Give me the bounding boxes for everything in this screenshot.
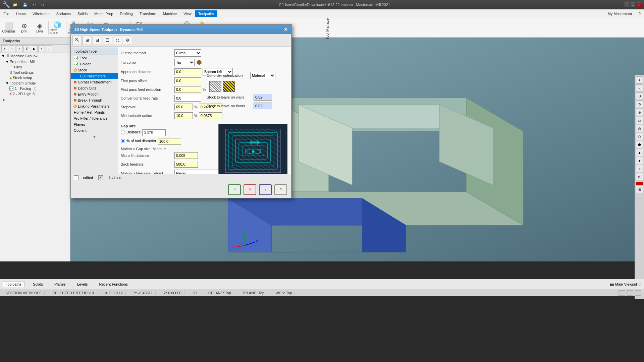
maximize-button[interactable]: □ xyxy=(631,2,635,7)
cut-order-select[interactable]: Material Depth xyxy=(250,72,275,79)
nav-holder[interactable]: ✓ Holder xyxy=(71,61,118,67)
back-feedrate-input[interactable] xyxy=(174,161,198,168)
min-toolpath-pct-input[interactable] xyxy=(174,112,193,119)
gap-pct-radio[interactable] xyxy=(121,139,125,143)
approach-distance-input[interactable] xyxy=(174,68,201,75)
cancel-button[interactable]: ✕ xyxy=(244,184,256,195)
tree-btn6[interactable]: ↑ xyxy=(38,45,45,52)
view-btn7[interactable]: ⬡ xyxy=(636,133,643,140)
first-pass-offset-input[interactable] xyxy=(174,77,201,84)
menu-drafting[interactable]: Drafting xyxy=(116,10,136,17)
dlg-tb-gear[interactable]: ⚙ xyxy=(123,36,132,45)
menu-wireframe[interactable]: Wireframe xyxy=(29,10,53,17)
menu-surfaces[interactable]: Surfaces xyxy=(53,10,74,17)
add-button[interactable]: + xyxy=(259,184,272,195)
rotate-ccw-button[interactable]: ↻ xyxy=(636,101,643,108)
minimize-button[interactable]: — xyxy=(625,2,629,7)
menu-machine[interactable]: Machine xyxy=(160,10,180,17)
tab-toolpaths[interactable]: Toolpaths xyxy=(3,281,24,287)
view-btn8[interactable]: ⬢ xyxy=(636,141,643,148)
tree-machine-group[interactable]: ▼ 🖥 Machine Group-1 xyxy=(0,53,70,59)
status-btn3[interactable] xyxy=(635,290,641,296)
view-btn12[interactable]: ▷ xyxy=(636,173,643,180)
tab-solids[interactable]: Solids xyxy=(30,281,46,287)
tab-recent-functions[interactable]: Recent Functions xyxy=(96,281,131,287)
tree-toolpath-group[interactable]: ▼ Toolpath Group- xyxy=(0,80,70,86)
view-btn9[interactable]: ▲ xyxy=(636,149,643,156)
tree-properties[interactable]: ▼ Properties - Mill xyxy=(0,59,70,64)
first-pass-feed-input[interactable] xyxy=(174,86,201,93)
nav-entry-motion[interactable]: Entry Motion xyxy=(71,91,118,97)
tree-expand-btn[interactable]: ▶ xyxy=(0,97,70,103)
dlg-tb-collapse[interactable]: ⊟ xyxy=(93,36,102,45)
menu-my-mastercam[interactable]: My Mastercam xyxy=(604,10,635,17)
dlg-tb-list[interactable]: ☰ xyxy=(103,36,112,45)
tree-btn4[interactable]: ✗ xyxy=(23,45,30,52)
menu-solids[interactable]: Solids xyxy=(74,10,91,17)
close-window-button[interactable]: ✕ xyxy=(637,2,641,7)
menu-view[interactable]: View xyxy=(180,10,195,17)
dyn-button[interactable]: ◈ Dyn xyxy=(32,20,47,35)
cutting-method-select[interactable]: Climb Conventional xyxy=(174,49,201,57)
tree-btn5[interactable]: ▶ xyxy=(31,45,38,52)
zoom-in-button[interactable]: + xyxy=(636,76,643,84)
status-btn1[interactable] xyxy=(619,290,625,296)
menu-home[interactable]: Home xyxy=(13,10,29,17)
nav-break-through[interactable]: Break Through xyxy=(71,97,118,103)
dlg-tb-expand[interactable]: ⊞ xyxy=(83,36,92,45)
conventional-feed-input[interactable] xyxy=(174,95,201,102)
dlg-tb-tool[interactable]: ⛏ xyxy=(72,36,82,45)
tree-stock-setup[interactable]: ◆ Stock setup xyxy=(0,75,70,80)
menu-transform[interactable]: Transform xyxy=(136,10,160,17)
menu-model-prep[interactable]: Model Prep xyxy=(91,10,116,17)
tip-comp-select[interactable]: Tip xyxy=(174,59,195,66)
nav-depth-cuts[interactable]: Depth Cuts xyxy=(71,85,118,91)
dlg-tb-target[interactable]: ◎ xyxy=(113,36,122,45)
nav-home-ref[interactable]: Home / Ref. Points xyxy=(71,109,118,115)
stepover-pct-input[interactable] xyxy=(174,104,193,110)
tree-2d-high-speed[interactable]: ✗ 2 - 2D High S xyxy=(0,91,70,97)
nav-arc-filter[interactable]: Arc Filter / Tolerance xyxy=(71,115,118,121)
nav-tool[interactable]: ✓ Tool xyxy=(71,55,118,61)
nav-corner-pretreatment[interactable]: Corner Pretreatment xyxy=(71,79,118,85)
menu-toolpaths[interactable]: Toolpaths xyxy=(195,10,217,17)
view-btn13[interactable]: ⊞ xyxy=(636,186,643,193)
gap-distance-radio[interactable] xyxy=(121,130,125,134)
menu-file[interactable]: File xyxy=(0,10,13,17)
dialog-close-button[interactable]: ✕ xyxy=(284,27,288,32)
nav-stock[interactable]: Stock xyxy=(71,67,118,73)
tab-planes[interactable]: Planes xyxy=(51,281,69,287)
zoom-out-button[interactable]: − xyxy=(636,84,643,92)
nav-coolant[interactable]: Coolant xyxy=(71,127,118,133)
tree-tool-settings[interactable]: ⚙ Tool settings xyxy=(0,70,70,75)
stock-floors-input[interactable] xyxy=(254,103,272,109)
dialog-title-bar[interactable]: 2D High Speed Toolpath - Dynamic Mill ✕ xyxy=(71,25,291,34)
view-btn11[interactable]: ◁ xyxy=(636,165,643,172)
nav-cut-parameters[interactable]: Cut Parameters xyxy=(71,73,118,79)
tree-btn7[interactable]: ↓ xyxy=(46,45,52,52)
stock-model-button[interactable]: 🧊 Stock Model xyxy=(50,20,65,35)
ok-button[interactable]: ✓ xyxy=(228,184,241,195)
tab-levels[interactable]: Levels xyxy=(74,281,91,287)
micro-lift-input[interactable] xyxy=(174,152,198,159)
gap-pct-input[interactable] xyxy=(158,138,181,145)
nav-scroll-down[interactable]: ▼ xyxy=(71,133,118,141)
view-btn10[interactable]: ▼ xyxy=(636,157,643,164)
orbit-button[interactable]: ◎ xyxy=(636,125,643,132)
help-button[interactable]: ? xyxy=(274,184,287,195)
nav-linking-params[interactable]: Linking Parameters xyxy=(71,103,118,109)
tree-files[interactable]: 📄 Files xyxy=(0,64,70,70)
tree-btn2[interactable]: − xyxy=(9,45,15,52)
min-toolpath-val-input[interactable] xyxy=(199,112,222,119)
tree-btn1[interactable]: + xyxy=(1,45,8,52)
view-cube-button[interactable]: □ xyxy=(636,117,643,124)
stock-walls-input[interactable] xyxy=(254,94,272,101)
tree-btn3[interactable]: ✓ xyxy=(16,45,23,52)
contour-button[interactable]: ⬜ Contour xyxy=(1,20,16,35)
gap-pct-radio-label[interactable]: % of tool diameter xyxy=(121,139,156,143)
gap-distance-input[interactable] xyxy=(142,129,166,136)
nav-planes[interactable]: Planes xyxy=(71,121,118,127)
drill-button[interactable]: ⊕ Drill xyxy=(17,20,32,35)
gap-distance-radio-label[interactable]: Distance xyxy=(121,130,141,134)
tool-manager-vertical-label[interactable]: Tool Manager xyxy=(325,21,329,36)
